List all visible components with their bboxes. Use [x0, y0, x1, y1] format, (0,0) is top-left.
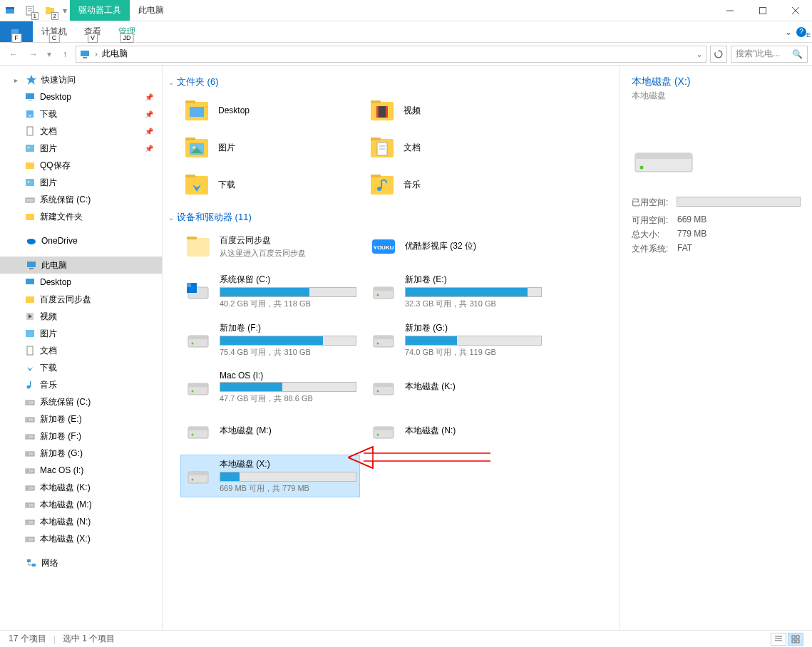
address-toolbar: ← → ▾ ↑ › 此电脑 ⌄ 搜索"此电... 🔍 — [0, 43, 812, 66]
sidebar-onedrive[interactable]: OneDrive — [0, 232, 162, 249]
folder-item[interactable]: 图片 — [181, 131, 359, 164]
qat-properties-icon[interactable]: 1 — [20, 0, 40, 21]
key-tip-c: C — [49, 33, 60, 43]
folder-item[interactable]: 视频 — [366, 94, 545, 127]
item-icon — [24, 294, 36, 305]
nav-back-button[interactable]: ← — [4, 45, 23, 63]
address-location: 此电脑 — [102, 48, 128, 60]
refresh-button[interactable] — [710, 46, 727, 63]
help-icon[interactable]: ? — [796, 27, 806, 37]
special-item[interactable]: YOUKU优酷影视库 (32 位) — [366, 229, 545, 264]
sidebar-pc-item[interactable]: 本地磁盘 (X:) — [0, 530, 162, 547]
svg-point-51 — [27, 470, 29, 472]
sidebar-quick-item[interactable]: 下载📌 — [0, 105, 162, 123]
view-details-button[interactable] — [771, 633, 786, 646]
address-input[interactable]: › 此电脑 ⌄ — [76, 46, 706, 63]
sidebar-pc-item[interactable]: 本地磁盘 (N:) — [0, 513, 162, 530]
drive-item[interactable]: 新加卷 (G:)74.0 GB 可用，共 119 GB — [366, 319, 545, 361]
minimize-button[interactable] — [714, 0, 746, 21]
svg-rect-13 — [81, 51, 89, 56]
view-tiles-button[interactable] — [788, 633, 803, 646]
sidebar-pc-item[interactable]: 下载 — [0, 359, 162, 376]
sidebar-quick-item[interactable]: 新建文件夹 — [0, 208, 162, 225]
svg-rect-14 — [83, 57, 87, 58]
ribbon-expand-icon[interactable]: ⌄ — [785, 27, 792, 37]
folders-section-header[interactable]: ⌄ 文件夹 (6) — [168, 76, 614, 88]
sidebar-pc-item[interactable]: 新加卷 (E:) — [0, 410, 162, 428]
svg-rect-71 — [386, 106, 388, 118]
folder-icon — [183, 96, 211, 125]
search-input[interactable]: 搜索"此电... 🔍 — [731, 46, 808, 63]
sidebar-quick-item[interactable]: QQ保存 — [0, 157, 162, 174]
key-tip-file: F — [11, 33, 21, 43]
sidebar-pc-item[interactable]: 系统保留 (C:) — [0, 393, 162, 410]
sidebar-network[interactable]: 网络 — [0, 554, 162, 571]
svg-point-40 — [27, 385, 31, 389]
details-fs-label: 文件系统: — [632, 243, 670, 255]
svg-rect-37 — [26, 330, 34, 337]
drive-item[interactable]: 系统保留 (C:)40.2 GB 可用，共 118 GB — [181, 271, 359, 312]
details-fs-value: FAT — [677, 243, 692, 255]
drive-item[interactable]: 本地磁盘 (N:) — [366, 414, 545, 448]
sidebar-pc-item[interactable]: Mac OS (I:) — [0, 462, 162, 479]
sidebar-pc-item[interactable]: 本地磁盘 (M:) — [0, 496, 162, 513]
sidebar-quick-item[interactable]: 图片📌 — [0, 140, 162, 157]
sidebar-pc-item[interactable]: 新加卷 (G:) — [0, 445, 162, 462]
nav-forward-button[interactable]: → — [24, 45, 43, 63]
drive-item[interactable]: 本地磁盘 (M:) — [181, 414, 359, 448]
folder-item[interactable]: 文档 — [366, 131, 545, 164]
sidebar-quick-item[interactable]: Desktop📌 — [0, 88, 162, 105]
drive-item[interactable]: 本地磁盘 (X:)669 MB 可用，共 779 MB — [181, 455, 359, 497]
sidebar-pc-item[interactable]: 音乐 — [0, 376, 162, 393]
drive-item[interactable]: 本地磁盘 (K:) — [366, 368, 545, 407]
sidebar-pc-item[interactable]: Desktop — [0, 274, 162, 291]
sidebar-quick-item[interactable]: 文档📌 — [0, 123, 162, 140]
ribbon-tab-view[interactable]: 查看 V — [76, 21, 110, 42]
folder-item[interactable]: 音乐 — [366, 168, 545, 201]
ribbon-tab-computer[interactable]: 计算机 C — [33, 21, 76, 42]
contextual-tab-drive-tools[interactable]: 驱动器工具 — [70, 0, 130, 21]
special-item[interactable]: 百度云同步盘从这里进入百度云同步盘 — [181, 229, 359, 264]
svg-rect-95 — [187, 283, 191, 287]
folder-icon — [368, 96, 396, 125]
sidebar-pc-item[interactable]: 百度云同步盘 — [0, 291, 162, 308]
drives-section-header[interactable]: ⌄ 设备和驱动器 (11) — [168, 211, 614, 224]
app-icon[interactable] — [0, 0, 20, 21]
sidebar-quick-item[interactable]: 图片 — [0, 174, 162, 191]
nav-up-button[interactable]: ↑ — [56, 45, 74, 63]
svg-rect-135 — [792, 640, 795, 643]
maximize-button[interactable] — [746, 0, 779, 21]
folder-item[interactable]: Desktop — [181, 94, 359, 127]
sidebar-pc-item[interactable]: 文档 — [0, 342, 162, 359]
drive-item[interactable]: 新加卷 (E:)32.3 GB 可用，共 310 GB — [366, 271, 545, 312]
close-button[interactable] — [779, 0, 812, 21]
quick-access-toolbar: 1 2 ▾ — [0, 0, 70, 21]
sidebar-pc-item[interactable]: 图片 — [0, 325, 162, 342]
svg-rect-34 — [26, 296, 34, 303]
folder-item[interactable]: 下载 — [181, 168, 359, 201]
svg-rect-78 — [371, 138, 381, 140]
ribbon-tab-manage[interactable]: 管理 JD — [110, 21, 144, 42]
expand-icon[interactable]: ▸ — [14, 76, 21, 84]
sidebar-quick-access[interactable]: ▸ 快速访问 — [0, 71, 162, 88]
address-dropdown-icon[interactable]: ⌄ — [696, 49, 703, 59]
sidebar-this-pc[interactable]: 此电脑 — [0, 257, 162, 274]
svg-rect-18 — [28, 100, 32, 101]
sidebar-pc-item[interactable]: 视频 — [0, 308, 162, 325]
drive-item[interactable]: Mac OS (I:)47.7 GB 可用，共 88.6 GB — [181, 368, 359, 407]
sidebar-pc-item[interactable]: 本地磁盘 (K:) — [0, 479, 162, 496]
drive-item[interactable]: 新加卷 (F:)75.4 GB 可用，共 310 GB — [181, 319, 359, 361]
sidebar-quick-item[interactable]: 系统保留 (C:) — [0, 191, 162, 208]
qat-new-folder-icon[interactable]: 2 — [40, 0, 60, 21]
svg-point-104 — [377, 343, 379, 345]
item-icon — [24, 345, 36, 356]
svg-rect-103 — [374, 336, 394, 339]
ribbon-file-tab[interactable]: F — [0, 21, 33, 42]
sidebar-pc-item[interactable]: 新加卷 (F:) — [0, 428, 162, 445]
special-icon — [184, 232, 212, 261]
folder-icon — [368, 133, 396, 162]
qat-dropdown-icon[interactable]: ▾ — [60, 0, 70, 21]
drive-icon — [369, 277, 398, 306]
nav-recent-dropdown[interactable]: ▾ — [44, 45, 54, 63]
svg-rect-54 — [26, 503, 34, 507]
